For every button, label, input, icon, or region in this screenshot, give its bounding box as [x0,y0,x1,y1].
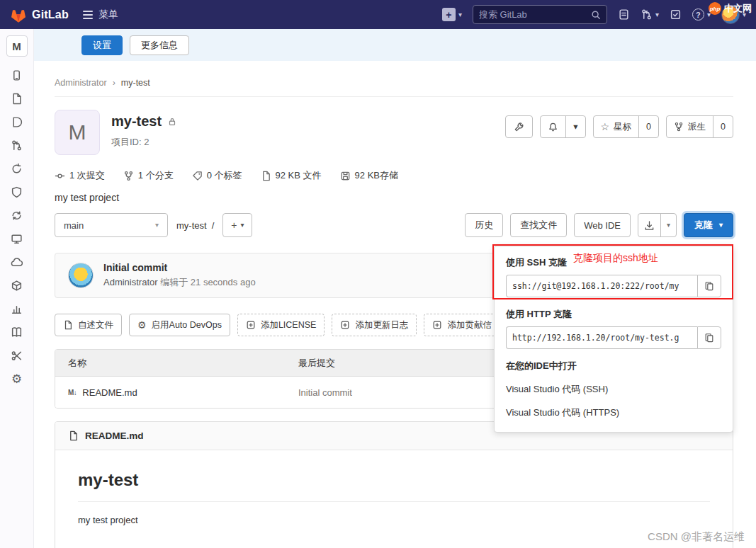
search-icon [591,10,601,20]
stat-label: 1 个分支 [138,169,174,182]
find-file-button[interactable]: 查找文件 [510,213,567,237]
auto-devops-label: 启用Auto DevOps [152,319,222,331]
ssh-copy-button[interactable] [697,275,721,297]
repo-path-root[interactable]: my-test [176,220,207,231]
vscode-ssh-link[interactable]: Visual Studio 代码 (SSH) [506,383,721,396]
global-search[interactable] [473,5,607,24]
php-cn-watermark: php 中文网 [709,2,752,15]
ci-cd-icon [11,163,23,175]
star-count[interactable]: 0 [638,116,658,137]
admin-wrench-button[interactable] [505,115,533,138]
more-info-button[interactable]: 更多信息 [130,35,189,55]
package-icon [11,280,23,292]
notifications-dropdown[interactable]: ▾ [540,115,585,138]
settings-button[interactable]: 设置 [81,35,123,55]
chevron-down-icon: ▾ [565,116,585,137]
readme-button-label: 自述文件 [78,319,113,331]
gitlab-logo-icon [10,6,27,23]
breadcrumb-root[interactable]: Administrator [55,78,107,88]
vscode-https-link[interactable]: Visual Studio 代码 (HTTPS) [506,406,721,419]
sidebar-item-snippets[interactable] [0,344,34,367]
new-item-dropdown[interactable]: + ▾ [442,8,462,21]
add-changelog-button[interactable]: 添加更新日志 [332,314,417,336]
stat-storage[interactable]: 92 KB存储 [340,169,398,182]
todos-nav-button[interactable] [670,8,682,21]
sidebar-item-packages[interactable] [0,274,34,297]
sidebar-item-deployments[interactable] [0,204,34,227]
breadcrumb-separator-icon: › [113,78,115,88]
menu-button[interactable]: 菜单 [83,8,118,21]
history-button[interactable]: 历史 [465,213,503,237]
commit-title[interactable]: Initial commit [103,262,256,273]
download-icon [644,220,655,231]
star-button[interactable]: ☆ 星标 0 [593,115,660,138]
tag-icon [192,171,203,181]
http-clone-title: 使用 HTTP 克隆 [506,308,721,321]
add-contributing-button[interactable]: 添加贡献信 [424,314,500,336]
download-dropdown[interactable]: ▾ [638,213,677,237]
sidebar-item-repository[interactable] [0,87,34,110]
add-license-button[interactable]: 添加LICENSE [237,314,325,336]
stat-files[interactable]: 92 KB 文件 [261,169,322,182]
sidebar-item-ci-cd[interactable] [0,157,34,181]
fork-button[interactable]: 派生 0 [666,115,733,138]
plus-icon: + [231,219,237,231]
auto-devops-button[interactable]: ⚙ 启用Auto DevOps [129,314,230,336]
sidebar-item-settings[interactable]: ⚙ [0,367,34,391]
fork-icon [674,122,684,132]
csdn-watermark: CSDN @非著名运维 [648,530,745,544]
help-icon: ? [692,8,704,21]
ssh-url-input[interactable] [506,275,697,297]
file-toolbar: main ▾ my-test / + ▾ 历史 查找文件 Web IDE [55,213,733,237]
branch-icon [123,171,134,181]
repository-icon [11,93,23,105]
add-file-dropdown[interactable]: + ▾ [222,213,252,237]
sidebar-item-merge-requests[interactable] [0,134,34,157]
branch-name: main [64,220,84,231]
sidebar-item-security[interactable] [0,181,34,204]
sidebar-item-monitor[interactable] [0,227,34,251]
commit-edited: 编辑于 21 seconds ago [160,277,255,287]
deployments-icon [11,210,23,222]
breadcrumb: Administrator › my-test [55,61,733,97]
sidebar-item-issues[interactable] [0,110,34,134]
sidebar-item-project-information[interactable] [0,64,34,87]
commit-author[interactable]: Administrator [103,277,158,287]
sidebar-item-infrastructure[interactable] [0,251,34,274]
cloud-icon [11,256,23,268]
path-slash: / [212,220,215,231]
star-label: 星标 [614,121,631,133]
file-name[interactable]: README.md [82,387,137,398]
chevron-down-icon: ▾ [660,214,676,236]
merge-requests-nav-button[interactable]: ▾ [641,8,659,21]
sidebar-project-avatar[interactable]: M [6,35,28,57]
project-description: my test project [55,192,733,203]
gitlab-brand[interactable]: GitLab [10,6,69,23]
sidebar-item-analytics[interactable] [0,297,34,321]
ssh-clone-group [506,275,721,297]
stat-tags[interactable]: 0 个标签 [192,169,242,182]
copy-icon [704,281,714,291]
readme-button[interactable]: 自述文件 [55,314,122,336]
stat-label: 92 KB存储 [355,169,398,182]
commit-author-avatar [68,263,94,288]
todo-check-icon [670,8,682,21]
web-ide-button[interactable]: Web IDE [574,213,631,237]
issues-nav-button[interactable] [618,8,630,21]
clone-button[interactable]: 克隆 ▾ [684,213,733,237]
breadcrumb-current[interactable]: my-test [121,78,150,88]
ssh-clone-title: 使用 SSH 克隆 [506,256,721,269]
sidebar-item-wiki[interactable] [0,321,34,344]
plus-square-icon [340,320,350,330]
commit-meta: Administrator 编辑于 21 seconds ago [103,276,256,289]
search-input[interactable] [479,9,587,20]
http-copy-button[interactable] [697,326,721,349]
add-license-label: 添加LICENSE [261,319,317,331]
http-url-input[interactable] [506,326,697,349]
fork-count[interactable]: 0 [713,116,733,137]
gitlab-project-page: GitLab 菜单 + ▾ [0,0,756,548]
stat-commits[interactable]: 1 次提交 [55,169,105,182]
stat-branches[interactable]: 1 个分支 [123,169,174,182]
scissors-icon [11,350,23,362]
branch-selector[interactable]: main ▾ [55,213,168,237]
